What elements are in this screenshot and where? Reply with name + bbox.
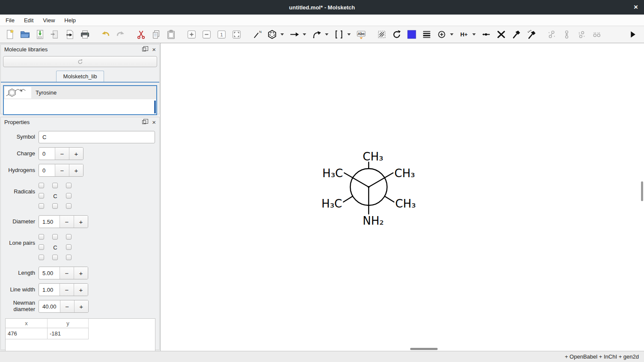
zoom-fit-button[interactable] [230,28,244,41]
charge-decrement-button[interactable]: − [55,148,69,160]
hydrogens-value[interactable]: 0 [39,164,55,176]
substituent-lower-left[interactable]: H₃C [322,197,342,210]
radical-checkbox[interactable] [66,183,72,188]
brackets-tool-button[interactable] [332,28,353,41]
charge-increment-button[interactable]: + [69,148,83,160]
substituent-bottom[interactable]: NH₂ [363,214,384,227]
charge-value[interactable]: 0 [39,148,55,160]
zoom-original-button[interactable] [215,28,229,41]
float-panel-icon[interactable] [142,47,146,51]
substituent-top[interactable]: CH₃ [363,150,383,163]
redo-button[interactable] [113,28,128,41]
line-width-decrement-button[interactable]: − [60,284,74,296]
zoom-out-button[interactable] [200,28,214,41]
chevron-down-icon[interactable] [280,33,284,36]
newman-diameter-increment-button[interactable]: + [74,300,88,312]
text-tool-button[interactable] [354,28,368,41]
chevron-down-icon[interactable] [325,33,328,36]
chevron-down-icon[interactable] [303,33,306,36]
hydrogens-decrement-button[interactable]: − [55,164,69,176]
menu-help[interactable]: Help [60,15,80,25]
save-file-button[interactable] [33,28,47,41]
electron-pair-tool-button[interactable] [479,28,493,41]
diameter-increment-button[interactable]: + [74,216,88,228]
copy-button[interactable] [149,28,163,41]
cell-x[interactable]: 476 [6,328,48,339]
selection-tool-button[interactable] [375,28,389,41]
lone-pair-checkbox[interactable] [39,244,44,250]
length-value[interactable]: 5.00 [39,267,60,279]
delete-tool-button[interactable] [494,28,508,41]
lone-pair-checkbox[interactable] [52,255,58,260]
refresh-libraries-button[interactable] [3,56,157,67]
close-panel-icon[interactable]: × [152,47,156,52]
paste-button[interactable] [164,28,178,41]
mechanism-tool-2-button[interactable] [524,28,538,41]
close-panel-icon[interactable]: × [152,120,156,125]
lone-pair-checkbox[interactable] [52,234,58,240]
cut-button[interactable] [134,28,148,41]
list-item-tyrosine[interactable]: Tyrosine [4,86,156,99]
export-file-button[interactable] [63,28,77,41]
chevron-down-icon[interactable] [472,33,476,36]
ring-tool-button[interactable] [265,28,286,41]
substituent-upper-right[interactable]: CH₃ [394,167,415,180]
newman-diameter-value[interactable]: 40.00 [39,300,60,312]
mechanism-tool-1-button[interactable] [509,28,523,41]
zoom-out-icon [201,29,212,40]
chevron-down-icon[interactable] [347,33,351,36]
toolbar-extension-button[interactable] [626,28,640,41]
lone-pair-checkbox[interactable] [39,255,44,260]
reaction-arrow-tool-button[interactable] [287,28,309,41]
line-width-increment-button[interactable]: + [74,284,88,296]
newman-projection-molecule[interactable]: CH₃ H₃C CH₃ H₃C CH₃ NH₂ [317,143,424,233]
lone-pair-checkbox[interactable] [66,244,72,250]
menu-edit[interactable]: Edit [19,15,38,25]
hydrogens-increment-button[interactable]: + [69,164,83,176]
charge-tool-button[interactable] [435,28,456,41]
window-close-button[interactable]: × [634,0,638,15]
menu-file[interactable]: File [1,15,19,25]
radical-checkbox[interactable] [39,183,44,188]
new-file-button[interactable] [3,28,17,41]
substituent-lower-right[interactable]: CH₃ [395,197,416,210]
menu-view[interactable]: View [38,15,60,25]
float-panel-icon[interactable] [142,120,146,124]
chevron-down-icon[interactable] [450,33,453,36]
draw-tool-button[interactable] [250,28,264,41]
zoom-in-button[interactable] [185,28,199,41]
diameter-value[interactable]: 1.50 [39,216,60,228]
lone-pair-checkbox[interactable] [39,234,44,240]
radical-checkbox[interactable] [39,203,44,209]
lone-pair-checkbox[interactable] [66,234,72,240]
length-increment-button[interactable]: + [74,267,88,279]
radical-checkbox[interactable] [52,203,58,209]
length-decrement-button[interactable]: − [60,267,74,279]
undo-button[interactable] [98,28,113,41]
tab-molsketch-lib[interactable]: Molsketch_lib [56,71,104,82]
vertical-scrollbar[interactable] [641,181,643,201]
color-picker-button[interactable] [405,28,419,41]
line-width-value[interactable]: 1.00 [39,284,60,296]
save-as-file-button[interactable] [48,28,62,41]
mechanism-arrow-tool-button[interactable] [310,28,331,41]
radical-checkbox[interactable] [52,183,58,188]
lone-pair-checkbox[interactable] [66,255,72,260]
rotate-tool-button[interactable] [390,28,404,41]
horizontal-scrollbar[interactable] [410,348,438,350]
cell-y[interactable]: -181 [48,328,89,339]
open-file-button[interactable] [18,28,32,41]
line-width-tool-button[interactable] [420,28,434,41]
symbol-input[interactable] [39,131,155,143]
library-scrollbar[interactable] [154,101,156,113]
radical-checkbox[interactable] [66,193,72,199]
print-button[interactable] [78,28,92,41]
substituent-upper-left[interactable]: H₃C [322,167,343,180]
drawing-canvas[interactable]: CH₃ H₃C CH₃ H₃C CH₃ NH₂ [161,43,644,351]
radical-checkbox[interactable] [66,203,72,209]
toolbar [0,26,644,43]
diameter-decrement-button[interactable]: − [60,216,74,228]
newman-diameter-decrement-button[interactable]: − [60,300,74,312]
hydrogen-tool-button[interactable] [457,28,478,41]
radical-checkbox[interactable] [39,193,44,199]
